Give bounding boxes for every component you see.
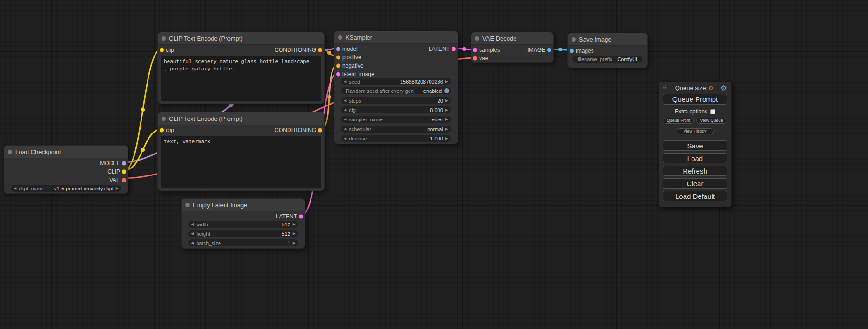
arrow-left-icon[interactable]: ◀ [344,99,346,103]
node-clip-text-encode-positive[interactable]: CLIP Text Encode (Prompt) clip CONDITION… [157,32,325,104]
queue-size-label: Queue size: 0 [675,84,713,91]
output-slot-latent[interactable] [452,47,456,51]
refresh-button[interactable]: Refresh [663,166,727,176]
widget-value: euler [431,117,443,122]
output-label-conditioning: CONDITIONING [275,127,316,133]
collapse-toggle-icon[interactable] [8,150,12,154]
widget-batch-size[interactable]: ◀ batch_size 1 ▶ [188,239,298,246]
node-title-bar[interactable]: KSampler [334,31,458,44]
arrow-right-icon[interactable]: ▶ [116,187,119,190]
view-queue-button[interactable]: View Queue [696,118,727,124]
clear-button[interactable]: Clear [663,178,727,189]
output-label-image: IMAGE [527,47,545,53]
settings-gear-icon[interactable]: ⚙ [721,84,727,91]
node-save-image[interactable]: Save Image images filename_prefix ComfyU… [567,33,648,68]
input-slot-negative[interactable] [336,64,340,68]
node-title: CLIP Text Encode (Prompt) [169,115,243,122]
node-title: Empty Latent Image [193,202,247,209]
save-button[interactable]: Save [663,140,727,151]
arrow-right-icon[interactable]: ▶ [445,127,448,131]
output-slot-conditioning[interactable] [318,128,322,133]
node-title-bar[interactable]: Empty Latent Image [182,199,305,211]
widget-denoise[interactable]: ◀ denoise 1.000 ▶ [341,135,451,142]
widget-seed[interactable]: ◀ seed 156680208700286 ▶ [341,78,451,85]
collapse-toggle-icon[interactable] [185,203,190,207]
widget-value: v1-5-pruned-emaonly.ckpt [54,186,113,191]
node-vae-decode[interactable]: VAE Decode samples IMAGE vae [471,32,554,63]
collapse-toggle-icon[interactable] [572,37,576,42]
input-slot-vae[interactable] [473,56,477,61]
node-clip-text-encode-negative[interactable]: CLIP Text Encode (Prompt) clip CONDITION… [157,112,325,191]
widget-label: height [196,231,210,237]
node-graph-canvas[interactable]: Load Checkpoint MODEL CLIP VAE ◀ ckpt_na… [0,0,868,329]
input-slot-clip[interactable] [160,48,164,52]
arrow-right-icon[interactable]: ▶ [445,118,448,121]
arrow-left-icon[interactable]: ◀ [14,187,16,190]
node-title-bar[interactable]: Save Image [568,33,647,46]
load-default-button[interactable]: Load Default [663,191,727,201]
node-empty-latent-image[interactable]: Empty Latent Image LATENT ◀ width 512 ▶ … [181,198,305,249]
output-slot-model[interactable] [122,161,126,166]
arrow-left-icon[interactable]: ◀ [344,118,346,121]
drag-handle-icon[interactable]: ⠿ [663,85,667,91]
load-button[interactable]: Load [663,153,727,163]
arrow-left-icon[interactable]: ◀ [344,137,346,140]
output-slot-latent[interactable] [299,215,303,219]
arrow-right-icon[interactable]: ▶ [445,99,448,103]
arrow-left-icon[interactable]: ◀ [344,108,346,112]
node-title-bar[interactable]: VAE Decode [471,32,553,45]
widget-cfg[interactable]: ◀ cfg 8.000 ▶ [341,106,451,113]
extra-options-checkbox[interactable] [710,109,715,114]
arrow-left-icon[interactable]: ◀ [344,127,346,131]
arrow-right-icon[interactable]: ▶ [293,223,296,226]
queue-front-button[interactable]: Queue Front [663,118,694,124]
output-slot-clip[interactable] [122,170,126,174]
arrow-right-icon[interactable]: ▶ [445,80,448,84]
input-slot-latent-image[interactable] [336,72,340,77]
view-history-button[interactable]: View History [677,128,714,134]
widget-random-seed[interactable]: Random seed after every gen enabled [341,87,451,94]
node-title-bar[interactable]: Load Checkpoint [4,146,128,158]
collapse-toggle-icon[interactable] [162,117,166,121]
node-title-bar[interactable]: CLIP Text Encode (Prompt) [158,112,324,125]
arrow-left-icon[interactable]: ◀ [344,80,346,84]
output-label-clip: CLIP [107,168,120,175]
output-label-latent: LATENT [276,213,297,220]
widget-ckpt-name[interactable]: ◀ ckpt_name v1-5-pruned-emaonly.ckpt ▶ [11,185,121,192]
widget-value: enabled [423,88,442,94]
collapse-toggle-icon[interactable] [162,36,166,41]
widget-label: batch_size [196,240,221,246]
toggle-dot-icon[interactable] [444,88,449,93]
widget-filename-prefix[interactable]: filename_prefix ComfyUI [572,56,642,63]
widget-height[interactable]: ◀ height 512 ▶ [188,230,298,237]
arrow-left-icon[interactable]: ◀ [191,241,194,245]
collapse-toggle-icon[interactable] [475,36,479,41]
input-label-samples: samples [479,47,500,53]
input-slot-positive[interactable] [336,56,340,60]
arrow-right-icon[interactable]: ▶ [293,232,296,236]
widget-steps[interactable]: ◀ steps 20 ▶ [341,97,451,104]
queue-prompt-button[interactable]: Queue Prompt [663,94,727,105]
node-title-bar[interactable]: CLIP Text Encode (Prompt) [158,32,324,45]
input-slot-samples[interactable] [473,48,477,52]
arrow-right-icon[interactable]: ▶ [293,241,296,245]
input-slot-model[interactable] [336,47,340,51]
arrow-left-icon[interactable]: ◀ [191,232,194,236]
arrow-left-icon[interactable]: ◀ [191,223,194,226]
input-slot-clip[interactable] [160,128,164,133]
negative-prompt-textarea[interactable]: text, watermark [161,136,321,188]
input-slot-images[interactable] [570,49,574,53]
input-label-images: images [576,48,594,54]
output-slot-vae[interactable] [122,178,126,182]
output-slot-image[interactable] [547,48,551,52]
widget-sampler-name[interactable]: ◀ sampler_name euler ▶ [341,116,451,123]
node-load-checkpoint[interactable]: Load Checkpoint MODEL CLIP VAE ◀ ckpt_na… [4,145,128,194]
node-ksampler[interactable]: KSampler model LATENT positive negative … [334,31,458,144]
collapse-toggle-icon[interactable] [338,35,342,40]
output-slot-conditioning[interactable] [318,48,322,52]
positive-prompt-textarea[interactable]: beautiful scenery nature glass bottle la… [161,56,321,101]
widget-scheduler[interactable]: ◀ scheduler normal ▶ [341,126,451,133]
arrow-right-icon[interactable]: ▶ [445,108,448,112]
arrow-right-icon[interactable]: ▶ [445,137,448,140]
widget-width[interactable]: ◀ width 512 ▶ [188,221,298,228]
